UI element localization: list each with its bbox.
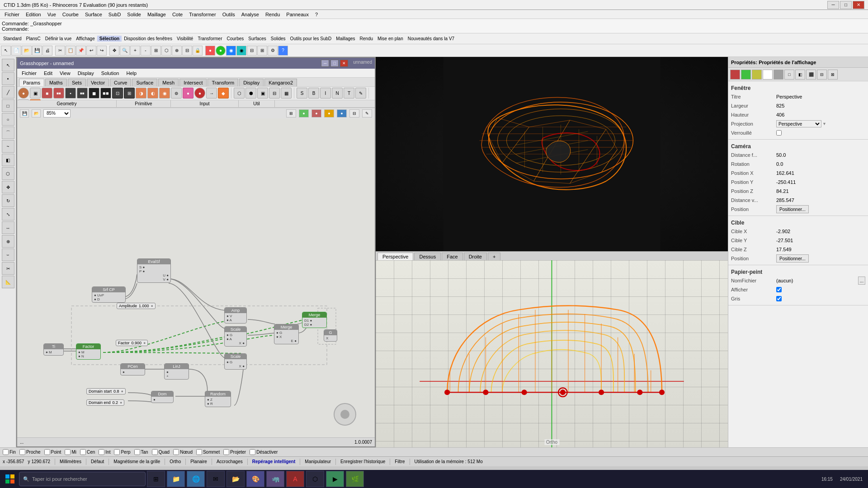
gh-menu-solution[interactable]: Solution <box>99 70 122 76</box>
gh-tb-geo6[interactable]: ■■ <box>77 88 88 99</box>
tb-zoom-in-btn[interactable]: + <box>130 46 140 56</box>
gh-zoom-select[interactable]: 85% 100% 75% <box>43 109 71 117</box>
node-evalsurf[interactable]: EvalSf S ● P ● U ● V ● <box>137 258 171 283</box>
cb-tan[interactable]: Tan <box>134 449 150 455</box>
prop-tb-red[interactable] <box>730 70 740 80</box>
gh-tab-transform[interactable]: Transform <box>208 79 238 86</box>
toolbar-definir-vue[interactable]: Définir la vue <box>43 36 74 42</box>
gh-display6-btn[interactable]: ⊟ <box>349 109 359 117</box>
tb-print-btn[interactable]: 🖨 <box>42 46 52 56</box>
taskbar-app-app1[interactable]: ⬡ <box>306 471 324 487</box>
toolbar-rendu[interactable]: Rendu <box>358 36 375 42</box>
cb-perp[interactable]: Perp <box>114 449 132 455</box>
menu-fichier[interactable]: Fichier <box>2 11 22 18</box>
menu-panneaux[interactable]: Panneaux <box>283 11 311 18</box>
gh-display2-btn[interactable]: ● <box>299 109 309 117</box>
sidebar-move[interactable]: ✥ <box>2 181 14 193</box>
tb-select-btn[interactable]: ↖ <box>1 46 11 56</box>
param-domain-start[interactable]: Domain start 0.8 ● <box>86 388 126 394</box>
toolbar-solides[interactable]: Solides <box>269 36 288 42</box>
tb-circle-btn[interactable]: ● <box>216 46 226 56</box>
cb-cen-input[interactable] <box>80 449 86 455</box>
gh-tb-geo8[interactable]: ◼◼ <box>100 88 111 99</box>
gh-tb-geo15[interactable]: ● <box>183 88 193 99</box>
node-srfcp[interactable]: Srf CP ● UvP ● D <box>92 286 126 303</box>
cb-desactiver[interactable]: Désactiver <box>250 449 279 455</box>
toolbar-transformer[interactable]: Transformer <box>195 36 224 42</box>
gh-tb-geo4[interactable]: ■■ <box>53 88 64 99</box>
taskbar-app-explorer[interactable]: 📁 <box>167 471 185 487</box>
prop-tb-sq4[interactable]: ⊟ <box>817 70 827 80</box>
tb-settings-btn[interactable]: ⚙ <box>268 46 278 56</box>
menu-subd[interactable]: SubD <box>106 11 124 18</box>
menu-cote[interactable]: Cote <box>170 11 185 18</box>
sidebar-select[interactable]: ↖ <box>2 59 14 71</box>
prop-cible-position-btn[interactable]: Positionner... <box>776 254 809 263</box>
prop-tb-sq1[interactable]: □ <box>784 70 794 80</box>
prop-tb-sq5[interactable]: ⊠ <box>828 70 838 80</box>
gh-tab-display[interactable]: Display <box>239 79 264 86</box>
node-scale2[interactable]: Scale ● G X ● <box>224 353 247 370</box>
taskbar-app-folder[interactable]: 📂 <box>226 471 245 487</box>
prop-afficher-checkbox[interactable] <box>776 287 782 292</box>
gh-tb-geo2[interactable]: ▣ <box>30 88 41 99</box>
tab-droite[interactable]: Droite <box>464 253 487 260</box>
prop-verrouille-checkbox[interactable] <box>776 130 782 136</box>
prop-camera-position-btn[interactable]: Positionner... <box>776 205 809 213</box>
cb-projeter-input[interactable] <box>223 449 229 455</box>
minimize-button[interactable]: ─ <box>827 1 839 9</box>
cb-sommet[interactable]: Sommet <box>196 449 222 455</box>
status-manipulateur[interactable]: Manipulateur <box>305 459 331 464</box>
taskbar-app-mail[interactable]: ✉ <box>207 471 225 487</box>
sidebar-boolean[interactable]: ⊕ <box>2 235 14 248</box>
node-scale1[interactable]: Scale ● G ● A X ● <box>224 326 247 347</box>
cb-projeter[interactable]: Projeter <box>223 449 248 455</box>
node-merge2[interactable]: Merge D1 ● D2 ● <box>302 312 327 328</box>
gh-menu-display[interactable]: Display <box>75 70 97 76</box>
sidebar-circle[interactable]: ○ <box>2 113 14 126</box>
sidebar-surface[interactable]: ◧ <box>2 154 14 166</box>
cb-int[interactable]: Int <box>99 449 112 455</box>
gh-tb-prim3[interactable]: ▣ <box>257 88 268 99</box>
sidebar-line[interactable]: ╱ <box>2 86 14 99</box>
menu-rendu[interactable]: Rendu <box>263 11 283 18</box>
menu-maillage[interactable]: Maillage <box>145 11 169 18</box>
sidebar-arc[interactable]: ⌒ <box>2 127 14 139</box>
tb-grid-btn[interactable]: ⊟ <box>182 46 192 56</box>
toolbar-nouveautes[interactable]: Nouveautés dans la V7 <box>406 36 457 42</box>
node-linj[interactable]: LinJ ● + <box>164 363 189 380</box>
gh-tb-input1[interactable]: S <box>297 88 307 99</box>
taskbar-app-rhino[interactable]: 🦏 <box>266 471 284 487</box>
tb-torus-btn[interactable]: ◉ <box>226 46 236 56</box>
gh-tb-geo7[interactable]: ◼ <box>89 88 99 99</box>
cb-point[interactable]: Point <box>44 449 63 455</box>
cb-proche[interactable]: Proche <box>19 449 42 455</box>
toolbar-selection[interactable]: Sélection <box>97 36 122 42</box>
prop-nomfichier-expand-btn[interactable]: ... <box>858 277 865 285</box>
gh-tab-kangaroo[interactable]: Kangaroo2 <box>264 79 297 86</box>
toolbar-mise-en-plan[interactable]: Mise en plan <box>375 36 406 42</box>
tb-snap-btn[interactable]: ⊕ <box>172 46 182 56</box>
prop-tb-yellow[interactable] <box>752 70 762 80</box>
param-domain-end[interactable]: Domain end 0.2 ● <box>86 399 124 406</box>
status-planaire[interactable]: Planaire <box>190 459 207 464</box>
start-button[interactable] <box>2 471 18 487</box>
menu-transformer[interactable]: Transformer <box>186 11 219 18</box>
menu-help[interactable]: ? <box>312 11 321 18</box>
gh-menu-fichier[interactable]: Fichier <box>19 70 39 76</box>
tb-new-btn[interactable]: 📄 <box>11 46 21 56</box>
tb-redo-btn[interactable]: ↪ <box>97 46 107 56</box>
cb-quad-input[interactable] <box>152 449 158 455</box>
prop-projection-dropdown[interactable]: Perspective Orthographique <box>776 120 821 127</box>
menu-courbe[interactable]: Courbe <box>60 11 81 18</box>
tb-display1-btn[interactable]: ◉ <box>236 46 246 56</box>
tb-save-btn[interactable]: 💾 <box>32 46 42 56</box>
sidebar-rect[interactable]: □ <box>2 99 14 112</box>
taskbar-search[interactable]: 🔍 Taper ici pour rechercher <box>19 472 146 486</box>
sidebar-point[interactable]: • <box>2 72 14 85</box>
prop-tb-sq2[interactable]: ◧ <box>795 70 805 80</box>
status-filtre[interactable]: Filtre <box>395 459 405 464</box>
cb-cen[interactable]: Cen <box>80 449 97 455</box>
toolbar-maillages[interactable]: Maillages <box>334 36 357 42</box>
gh-tab-sets[interactable]: Sets <box>68 79 86 86</box>
